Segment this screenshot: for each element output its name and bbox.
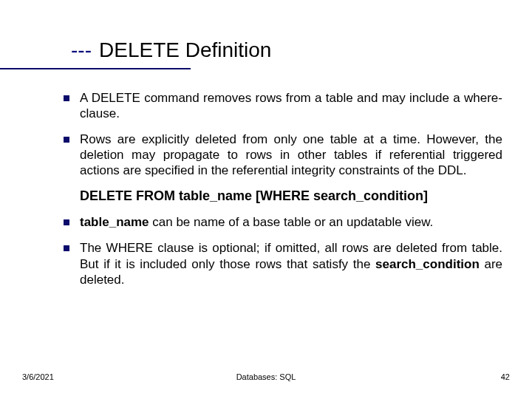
footer-page-number: 42 bbox=[501, 372, 510, 381]
content-area: A DELETE command removes rows from a tab… bbox=[64, 90, 502, 298]
bullet-icon bbox=[64, 137, 69, 143]
syntax-line: DELETE FROM table_name [WHERE search_con… bbox=[80, 188, 502, 204]
list-item: table_name can be name of a base table o… bbox=[64, 214, 502, 230]
bullet-text: Rows are explicitly deleted from only on… bbox=[80, 132, 502, 178]
list-item: A DELETE command removes rows from a tab… bbox=[64, 90, 502, 121]
bullet-icon bbox=[64, 95, 69, 101]
slide: --- DELETE Definition A DELETE command r… bbox=[0, 0, 532, 399]
title-underline bbox=[0, 68, 191, 69]
title-text: DELETE Definition bbox=[99, 38, 271, 62]
slide-title: --- DELETE Definition bbox=[71, 38, 271, 62]
bullet-text: A DELETE command removes rows from a tab… bbox=[80, 90, 502, 121]
bullet-icon bbox=[64, 219, 69, 225]
title-dashes: --- bbox=[71, 38, 92, 62]
list-item: Rows are explicitly deleted from only on… bbox=[64, 132, 502, 178]
bullet-text: table_name can be name of a base table o… bbox=[80, 214, 502, 230]
footer-center: Databases: SQL bbox=[0, 372, 532, 381]
list-item: The WHERE clause is optional; if omitted… bbox=[64, 240, 502, 287]
bullet-text: The WHERE clause is optional; if omitted… bbox=[80, 240, 502, 287]
syntax-text: DELETE FROM table_name [WHERE search_con… bbox=[80, 188, 428, 203]
bullet-icon bbox=[64, 245, 69, 251]
